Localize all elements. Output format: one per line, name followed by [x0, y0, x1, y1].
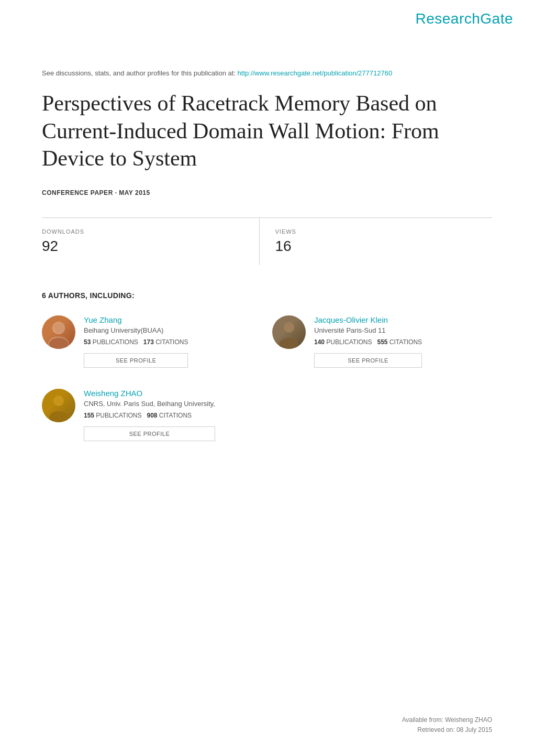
author-affiliation-jacques-klein: Université Paris-Sud 11 [314, 326, 422, 334]
svg-point-5 [280, 338, 298, 349]
avatar-jacques-klein [272, 315, 306, 349]
author-stats-jacques-klein: 140 PUBLICATIONS 555 CITATIONS [314, 338, 422, 346]
authors-heading: 6 AUTHORS, INCLUDING: [42, 291, 492, 300]
authors-heading-label: AUTHORS, INCLUDING: [48, 291, 135, 300]
see-profile-button-yue-zhang[interactable]: SEE PROFILE [84, 353, 188, 368]
downloads-block: DOWNLOADS 92 [42, 218, 260, 265]
svg-point-7 [49, 411, 68, 422]
views-label: VIEWS [275, 228, 493, 235]
downloads-value: 92 [42, 238, 259, 255]
author-card-jacques-klein: Jacques-Olivier Klein Université Paris-S… [272, 315, 471, 368]
publication-link-bar: See discussions, stats, and author profi… [42, 69, 492, 77]
author-affiliation-yue-zhang: Beihang University(BUAA) [84, 326, 188, 334]
footer-line1: Available from: Weisheng ZHAO [402, 715, 492, 725]
views-value: 16 [275, 238, 493, 255]
author-card-yue-zhang: Yue Zhang Beihang University(BUAA) 53 PU… [42, 315, 241, 368]
views-block: VIEWS 16 [260, 218, 493, 265]
stats-section: DOWNLOADS 92 VIEWS 16 [42, 217, 492, 265]
see-profile-button-jacques-klein[interactable]: SEE PROFILE [314, 353, 422, 368]
authors-grid: Yue Zhang Beihang University(BUAA) 53 PU… [42, 315, 492, 441]
author-name-jacques-klein[interactable]: Jacques-Olivier Klein [314, 315, 422, 324]
author-stats-weisheng-zhao: 155 PUBLICATIONS 908 CITATIONS [84, 412, 215, 419]
svg-point-2 [53, 322, 64, 333]
paper-title: Perspectives of Racetrack Memory Based o… [42, 90, 492, 172]
downloads-label: DOWNLOADS [42, 228, 259, 235]
see-profile-button-weisheng-zhao[interactable]: SEE PROFILE [84, 426, 215, 441]
author-affiliation-weisheng-zhao: CNRS, Univ. Paris Sud, Beihang Universit… [84, 400, 215, 408]
authors-section: 6 AUTHORS, INCLUDING: Yue Zhang Beihang … [42, 291, 492, 441]
footer: Available from: Weisheng ZHAO Retrieved … [402, 715, 492, 735]
svg-point-4 [284, 322, 294, 333]
publication-url[interactable]: http://www.researchgate.net/publication/… [238, 69, 393, 77]
paper-type-label: CONFERENCE PAPER [42, 189, 113, 196]
avatar-weisheng-zhao [42, 389, 75, 422]
author-name-weisheng-zhao[interactable]: Weisheng ZHAO [84, 389, 215, 398]
svg-point-6 [53, 396, 64, 406]
author-info-weisheng-zhao: Weisheng ZHAO CNRS, Univ. Paris Sud, Bei… [84, 389, 215, 441]
researchgate-logo: ResearchGate [415, 10, 513, 27]
author-info-yue-zhang: Yue Zhang Beihang University(BUAA) 53 PU… [84, 315, 188, 368]
author-name-yue-zhang[interactable]: Yue Zhang [84, 315, 188, 324]
author-stats-yue-zhang: 53 PUBLICATIONS 173 CITATIONS [84, 338, 188, 346]
authors-count: 6 [42, 291, 46, 300]
paper-date: MAY 2015 [119, 189, 150, 196]
avatar-yue-zhang [42, 315, 75, 349]
paper-type-separator: · [113, 189, 119, 196]
publication-link-text: See discussions, stats, and author profi… [42, 69, 238, 77]
paper-type-date: CONFERENCE PAPER · MAY 2015 [42, 189, 492, 196]
author-info-jacques-klein: Jacques-Olivier Klein Université Paris-S… [314, 315, 422, 368]
author-card-weisheng-zhao: Weisheng ZHAO CNRS, Univ. Paris Sud, Bei… [42, 389, 241, 441]
footer-line2: Retrieved on: 08 July 2015 [402, 725, 492, 735]
